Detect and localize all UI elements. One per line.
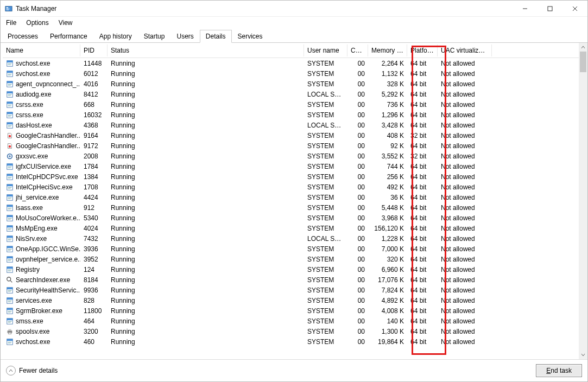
process-row[interactable]: spoolsv.exe3200RunningSYSTEM001,300 K64 … (3, 326, 579, 336)
process-row[interactable]: services.exe828RunningSYSTEM004,892 K64 … (3, 295, 579, 305)
process-row[interactable]: jhi_service.exe4424RunningSYSTEM0036 K64… (3, 192, 579, 202)
process-uac: Not allowed (438, 297, 492, 304)
maximize-button[interactable] (538, 1, 562, 17)
process-pid: 828 (80, 297, 108, 304)
col-header-memory[interactable]: Memory (a... (368, 44, 407, 56)
svg-rect-96 (8, 311, 12, 311)
process-platform: 64 bit (407, 214, 438, 222)
process-pid: 9172 (80, 142, 108, 150)
process-status: Running (108, 235, 304, 243)
svg-rect-22 (8, 94, 12, 95)
process-name: services.exe (16, 297, 52, 304)
menu-file[interactable]: File (6, 19, 16, 27)
close-button[interactable] (562, 1, 587, 17)
svg-rect-26 (8, 105, 12, 105)
svg-rect-42 (8, 167, 12, 167)
process-row[interactable]: svchost.exe460RunningSYSTEM0019,864 K64 … (3, 336, 579, 347)
process-row[interactable]: Registry124RunningSYSTEM006,960 K64 bitN… (3, 264, 579, 275)
process-uac: Not allowed (438, 214, 492, 222)
process-platform: 64 bit (407, 317, 438, 325)
process-pid: 1708 (80, 183, 108, 191)
minimize-button[interactable] (513, 1, 538, 17)
process-icon (6, 317, 14, 325)
tab-services[interactable]: Services (232, 30, 269, 43)
process-name: svchost.exe (16, 338, 50, 346)
process-uac: Not allowed (438, 142, 492, 150)
vertical-scrollbar[interactable] (579, 43, 587, 359)
menu-options[interactable]: Options (26, 19, 48, 27)
col-header-uac[interactable]: UAC virtualizat... (438, 44, 492, 56)
window-title: Task Manager (16, 5, 56, 12)
process-user: SYSTEM (304, 204, 347, 212)
process-memory: 5,292 K (368, 91, 407, 98)
tab-performance[interactable]: Performance (44, 30, 93, 43)
process-memory: 256 K (368, 173, 407, 181)
process-row[interactable]: csrss.exe668RunningSYSTEM00736 K64 bitNo… (3, 99, 579, 110)
tab-details[interactable]: Details (200, 30, 232, 43)
svg-point-36 (9, 135, 11, 137)
process-icon (6, 60, 14, 67)
process-status: Running (108, 307, 304, 315)
process-user: SYSTEM (304, 194, 347, 201)
tab-apphistory[interactable]: App history (93, 30, 138, 43)
svg-rect-66 (8, 228, 12, 229)
tab-processes[interactable]: Processes (2, 30, 44, 43)
col-header-name[interactable]: Name (3, 44, 80, 56)
process-row[interactable]: svchost.exe6012RunningSYSTEM001,132 K64 … (3, 68, 579, 79)
process-row[interactable]: dasHost.exe4368RunningLOCAL SE...003,428… (3, 120, 579, 130)
svg-rect-107 (8, 342, 12, 342)
process-row[interactable]: IntelCpHDCPSvc.exe1384RunningSYSTEM00256… (3, 171, 579, 182)
col-header-pid[interactable]: PID (80, 44, 108, 56)
process-icon (6, 338, 14, 346)
end-task-button[interactable]: End task (536, 364, 582, 377)
process-row[interactable]: GoogleCrashHandler...9164RunningSYSTEM00… (3, 130, 579, 141)
scroll-thumb[interactable] (580, 52, 586, 72)
col-header-user[interactable]: User name (304, 44, 347, 56)
process-row[interactable]: NisSrv.exe7432RunningLOCAL SE...001,228 … (3, 233, 579, 244)
svg-rect-74 (8, 249, 12, 250)
svg-rect-45 (7, 174, 13, 176)
scroll-up-arrow[interactable] (579, 43, 587, 52)
tab-startup[interactable]: Startup (138, 30, 171, 43)
svg-rect-3 (7, 9, 9, 10)
fewer-details-toggle[interactable]: Fewer details (6, 366, 58, 375)
process-row[interactable]: gxxsvc.exe2008RunningSYSTEM003,552 K32 b… (3, 151, 579, 161)
process-row[interactable]: svchost.exe11448RunningSYSTEM002,264 K64… (3, 58, 579, 68)
menu-view[interactable]: View (59, 19, 73, 27)
process-row[interactable]: lsass.exe912RunningSYSTEM005,448 K64 bit… (3, 202, 579, 213)
process-row[interactable]: SecurityHealthServic...9936RunningSYSTEM… (3, 285, 579, 295)
process-row[interactable]: csrss.exe16032RunningSYSTEM001,296 K64 b… (3, 110, 579, 120)
process-row[interactable]: smss.exe464RunningSYSTEM00140 K64 bitNot… (3, 316, 579, 326)
process-row[interactable]: igfxCUIService.exe1784RunningSYSTEM00744… (3, 161, 579, 171)
scroll-down-arrow[interactable] (579, 351, 587, 359)
svg-rect-29 (7, 112, 13, 114)
col-header-platform[interactable]: Platform (407, 44, 438, 56)
process-row[interactable]: IntelCpHeciSvc.exe1708RunningSYSTEM00492… (3, 182, 579, 192)
process-platform: 64 bit (407, 297, 438, 304)
process-row[interactable]: GoogleCrashHandler...9172RunningSYSTEM00… (3, 141, 579, 151)
process-status: Running (108, 132, 304, 139)
process-row[interactable]: SearchIndexer.exe8184RunningSYSTEM0017,0… (3, 275, 579, 285)
process-user: SYSTEM (304, 152, 347, 160)
process-cpu: 00 (347, 163, 368, 170)
process-uac: Not allowed (438, 235, 492, 243)
process-pid: 8412 (80, 91, 108, 98)
process-row[interactable]: MsMpEng.exe4024RunningSYSTEM00156,120 K6… (3, 223, 579, 233)
process-row[interactable]: audiodg.exe8412RunningLOCAL SE...005,292… (3, 89, 579, 99)
svg-rect-75 (8, 250, 11, 250)
svg-rect-21 (7, 91, 13, 93)
process-row[interactable]: agent_ovpnconnect_...4016RunningSYSTEM00… (3, 79, 579, 89)
svg-rect-49 (7, 184, 13, 186)
process-uac: Not allowed (438, 317, 492, 325)
process-cpu: 00 (347, 245, 368, 253)
process-row[interactable]: MoUsoCoreWorker.e...5340RunningSYSTEM003… (3, 213, 579, 223)
process-cpu: 00 (347, 101, 368, 109)
process-row[interactable]: ovpnhelper_service.e...3952RunningSYSTEM… (3, 254, 579, 264)
col-header-status[interactable]: Status (108, 44, 304, 56)
col-header-cpu[interactable]: CPU (347, 44, 368, 56)
process-row[interactable]: SgrmBroker.exe11800RunningSYSTEM004,008 … (3, 305, 579, 316)
process-memory: 4,892 K (368, 297, 407, 304)
tab-users[interactable]: Users (170, 30, 199, 43)
process-row[interactable]: OneApp.IGCC.WinSe...3936RunningSYSTEM007… (3, 244, 579, 254)
process-pid: 4016 (80, 80, 108, 88)
